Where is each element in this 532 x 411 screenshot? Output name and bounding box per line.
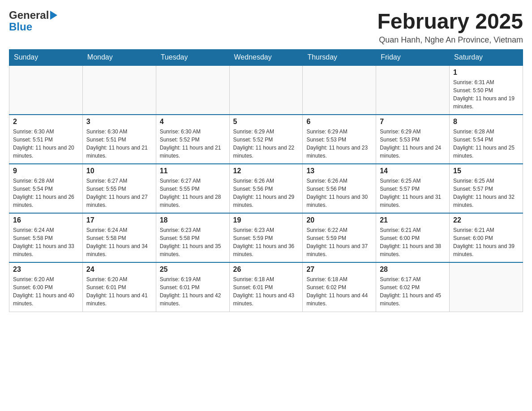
day-number: 11 [160,167,226,175]
day-info: Sunrise: 6:27 AMSunset: 5:55 PMDaylight:… [86,177,152,209]
day-number: 15 [453,167,519,175]
day-info: Sunrise: 6:18 AMSunset: 6:01 PMDaylight:… [233,275,299,308]
table-row: 8Sunrise: 6:28 AMSunset: 5:54 PMDaylight… [450,115,523,164]
day-number: 22 [453,216,519,224]
table-row: 11Sunrise: 6:27 AMSunset: 5:55 PMDayligh… [156,164,229,213]
week-row-3: 9Sunrise: 6:28 AMSunset: 5:54 PMDaylight… [9,164,523,213]
day-number: 12 [233,167,299,175]
day-info: Sunrise: 6:23 AMSunset: 5:58 PMDaylight:… [160,226,226,258]
day-number: 2 [13,118,79,126]
table-row: 2Sunrise: 6:30 AMSunset: 5:51 PMDaylight… [9,115,83,164]
day-info: Sunrise: 6:24 AMSunset: 5:58 PMDaylight:… [13,226,79,258]
table-row: 25Sunrise: 6:19 AMSunset: 6:01 PMDayligh… [156,262,229,312]
header-wednesday: Wednesday [229,50,303,66]
day-number: 27 [306,265,372,274]
day-number: 25 [160,265,226,274]
week-row-1: 1Sunrise: 6:31 AMSunset: 5:50 PMDaylight… [9,65,523,115]
day-number: 21 [380,216,446,224]
table-row: 18Sunrise: 6:23 AMSunset: 5:58 PMDayligh… [156,213,229,262]
day-info: Sunrise: 6:28 AMSunset: 5:54 PMDaylight:… [453,128,519,160]
day-number: 10 [86,167,152,175]
month-title: February 2025 [377,9,523,34]
day-number: 5 [233,118,299,126]
day-info: Sunrise: 6:25 AMSunset: 5:57 PMDaylight:… [380,177,446,209]
table-row [376,65,450,115]
day-number: 23 [13,265,79,274]
table-row: 1Sunrise: 6:31 AMSunset: 5:50 PMDaylight… [450,65,523,115]
table-row: 27Sunrise: 6:18 AMSunset: 6:02 PMDayligh… [303,262,376,312]
day-info: Sunrise: 6:29 AMSunset: 5:52 PMDaylight:… [233,128,299,160]
day-info: Sunrise: 6:22 AMSunset: 5:59 PMDaylight:… [306,226,372,258]
header-sunday: Sunday [9,50,83,66]
day-info: Sunrise: 6:26 AMSunset: 5:56 PMDaylight:… [233,177,299,209]
day-number: 19 [233,216,299,224]
day-number: 18 [160,216,226,224]
day-number: 24 [86,265,152,274]
table-row: 7Sunrise: 6:29 AMSunset: 5:53 PMDaylight… [376,115,450,164]
table-row: 13Sunrise: 6:26 AMSunset: 5:56 PMDayligh… [303,164,376,213]
day-number: 14 [380,167,446,175]
day-number: 1 [453,68,519,77]
table-row: 9Sunrise: 6:28 AMSunset: 5:54 PMDaylight… [9,164,83,213]
table-row [229,65,303,115]
day-number: 4 [160,118,226,126]
header-thursday: Thursday [303,50,376,66]
day-number: 17 [86,216,152,224]
day-number: 28 [380,265,446,274]
title-block: February 2025 Quan Hanh, Nghe An Provinc… [377,9,523,45]
logo-text-general: General [9,9,49,21]
day-info: Sunrise: 6:30 AMSunset: 5:51 PMDaylight:… [86,128,152,160]
header-friday: Friday [376,50,450,66]
table-row: 22Sunrise: 6:21 AMSunset: 6:00 PMDayligh… [450,213,523,262]
day-info: Sunrise: 6:20 AMSunset: 6:01 PMDaylight:… [86,275,152,308]
day-info: Sunrise: 6:29 AMSunset: 5:53 PMDaylight:… [306,128,372,160]
table-row [303,65,376,115]
day-info: Sunrise: 6:26 AMSunset: 5:56 PMDaylight:… [306,177,372,209]
day-info: Sunrise: 6:20 AMSunset: 6:00 PMDaylight:… [13,275,79,308]
day-number: 16 [13,216,79,224]
day-info: Sunrise: 6:17 AMSunset: 6:02 PMDaylight:… [380,275,446,308]
table-row: 26Sunrise: 6:18 AMSunset: 6:01 PMDayligh… [229,262,303,312]
day-info: Sunrise: 6:23 AMSunset: 5:59 PMDaylight:… [233,226,299,258]
day-number: 7 [380,118,446,126]
header-saturday: Saturday [450,50,523,66]
weekday-header-row: Sunday Monday Tuesday Wednesday Thursday… [9,50,523,66]
day-info: Sunrise: 6:25 AMSunset: 5:57 PMDaylight:… [453,177,519,209]
day-number: 9 [13,167,79,175]
day-number: 3 [86,118,152,126]
table-row [450,262,523,312]
day-info: Sunrise: 6:30 AMSunset: 5:52 PMDaylight:… [160,128,226,160]
day-info: Sunrise: 6:19 AMSunset: 6:01 PMDaylight:… [160,275,226,308]
table-row: 21Sunrise: 6:21 AMSunset: 6:00 PMDayligh… [376,213,450,262]
table-row: 16Sunrise: 6:24 AMSunset: 5:58 PMDayligh… [9,213,83,262]
day-info: Sunrise: 6:21 AMSunset: 6:00 PMDaylight:… [453,226,519,258]
table-row: 5Sunrise: 6:29 AMSunset: 5:52 PMDaylight… [229,115,303,164]
day-info: Sunrise: 6:29 AMSunset: 5:53 PMDaylight:… [380,128,446,160]
table-row: 24Sunrise: 6:20 AMSunset: 6:01 PMDayligh… [82,262,156,312]
logo: General Blue [9,9,57,33]
table-row: 12Sunrise: 6:26 AMSunset: 5:56 PMDayligh… [229,164,303,213]
day-info: Sunrise: 6:18 AMSunset: 6:02 PMDaylight:… [306,275,372,308]
table-row: 15Sunrise: 6:25 AMSunset: 5:57 PMDayligh… [450,164,523,213]
table-row [156,65,229,115]
table-row: 23Sunrise: 6:20 AMSunset: 6:00 PMDayligh… [9,262,83,312]
table-row: 19Sunrise: 6:23 AMSunset: 5:59 PMDayligh… [229,213,303,262]
table-row: 10Sunrise: 6:27 AMSunset: 5:55 PMDayligh… [82,164,156,213]
day-info: Sunrise: 6:28 AMSunset: 5:54 PMDaylight:… [13,177,79,209]
location-text: Quan Hanh, Nghe An Province, Vietnam [377,35,523,45]
logo-arrow-icon [50,11,57,20]
table-row [9,65,83,115]
table-row: 28Sunrise: 6:17 AMSunset: 6:02 PMDayligh… [376,262,450,312]
day-number: 20 [306,216,372,224]
day-info: Sunrise: 6:31 AMSunset: 5:50 PMDaylight:… [453,78,519,111]
header-tuesday: Tuesday [156,50,229,66]
day-info: Sunrise: 6:27 AMSunset: 5:55 PMDaylight:… [160,177,226,209]
calendar-table: Sunday Monday Tuesday Wednesday Thursday… [9,49,523,312]
table-row: 3Sunrise: 6:30 AMSunset: 5:51 PMDaylight… [82,115,156,164]
week-row-5: 23Sunrise: 6:20 AMSunset: 6:00 PMDayligh… [9,262,523,312]
table-row: 20Sunrise: 6:22 AMSunset: 5:59 PMDayligh… [303,213,376,262]
day-number: 13 [306,167,372,175]
week-row-2: 2Sunrise: 6:30 AMSunset: 5:51 PMDaylight… [9,115,523,164]
week-row-4: 16Sunrise: 6:24 AMSunset: 5:58 PMDayligh… [9,213,523,262]
day-number: 26 [233,265,299,274]
